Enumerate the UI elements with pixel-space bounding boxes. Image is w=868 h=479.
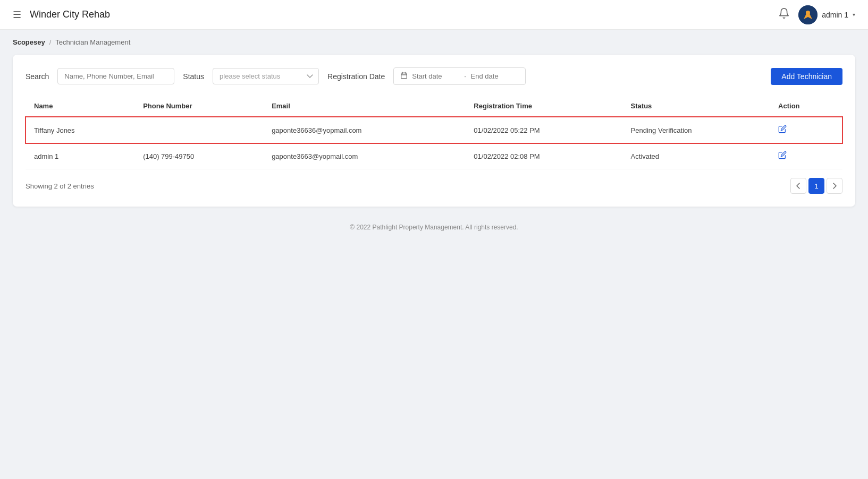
cell-phone: (140) 799-49750 [134,143,263,169]
search-label: Search [26,72,49,81]
cell-phone [134,117,263,143]
col-status: Status [622,96,770,117]
table-row: Tiffany Jonesgaponte36636@yopmail.com01/… [26,117,842,143]
start-date-input[interactable] [412,72,460,80]
avatar-wrapper[interactable]: admin 1 ▾ [798,5,855,24]
copyright-text: © 2022 Pathlight Property Management. Al… [350,224,518,231]
technician-table: Name Phone Number Email Registration Tim… [26,96,842,169]
breadcrumb-parent[interactable]: Scopesey [13,38,45,46]
status-select[interactable]: please select status Pending Verificatio… [213,68,319,84]
next-page-button[interactable] [827,178,842,194]
edit-button[interactable] [778,152,787,161]
cell-action [770,143,842,169]
header-right: admin 1 ▾ [778,5,855,24]
edit-button[interactable] [778,126,787,135]
col-email: Email [263,96,465,117]
col-action: Action [770,96,842,117]
cell-name: Tiffany Jones [26,117,134,143]
svg-point-1 [806,11,810,15]
main-card: Search Status please select status Pendi… [13,55,855,207]
table-header: Name Phone Number Email Registration Tim… [26,96,842,117]
date-range-wrapper: - [393,67,525,85]
bell-icon[interactable] [778,7,790,22]
cell-status: Pending Verification [622,117,770,143]
admin-name: admin 1 [822,11,848,19]
col-phone: Phone Number [134,96,263,117]
status-label: Status [183,72,204,81]
cell-status: Activated [622,143,770,169]
cell-name: admin 1 [26,143,134,169]
add-technician-button[interactable]: Add Technician [771,68,842,85]
cell-reg-time: 01/02/2022 02:08 PM [465,143,622,169]
end-date-input[interactable] [471,72,519,80]
col-reg-time: Registration Time [465,96,622,117]
breadcrumb-current: Technician Management [55,38,130,46]
prev-page-button[interactable] [790,178,806,194]
header: ☰ Winder City Rehab admin 1 ▾ [0,0,868,30]
cell-action [770,117,842,143]
table-row: admin 1(140) 799-49750gaponte3663@yopmai… [26,143,842,169]
chevron-down-icon: ▾ [853,12,855,18]
entries-count: Showing 2 of 2 entries [26,182,94,190]
svg-rect-2 [401,73,407,79]
table-footer: Showing 2 of 2 entries 1 [26,178,842,194]
cell-email: gaponte36636@yopmail.com [263,117,465,143]
avatar [798,5,818,24]
menu-icon[interactable]: ☰ [13,9,21,21]
app-title: Winder City Rehab [30,9,110,20]
search-input[interactable] [57,68,174,84]
calendar-icon [400,72,408,81]
cell-reg-time: 01/02/2022 05:22 PM [465,117,622,143]
footer: © 2022 Pathlight Property Management. Al… [0,207,868,239]
registration-date-label: Registration Date [327,72,385,81]
date-separator: - [464,72,466,80]
pagination: 1 [790,178,842,194]
col-name: Name [26,96,134,117]
header-left: ☰ Winder City Rehab [13,9,110,21]
filter-row: Search Status please select status Pendi… [26,67,842,85]
table-body: Tiffany Jonesgaponte36636@yopmail.com01/… [26,117,842,169]
breadcrumb-separator: / [49,38,52,46]
breadcrumb: Scopesey / Technician Management [0,30,868,55]
page-1-button[interactable]: 1 [808,178,824,194]
cell-email: gaponte3663@yopmail.com [263,143,465,169]
